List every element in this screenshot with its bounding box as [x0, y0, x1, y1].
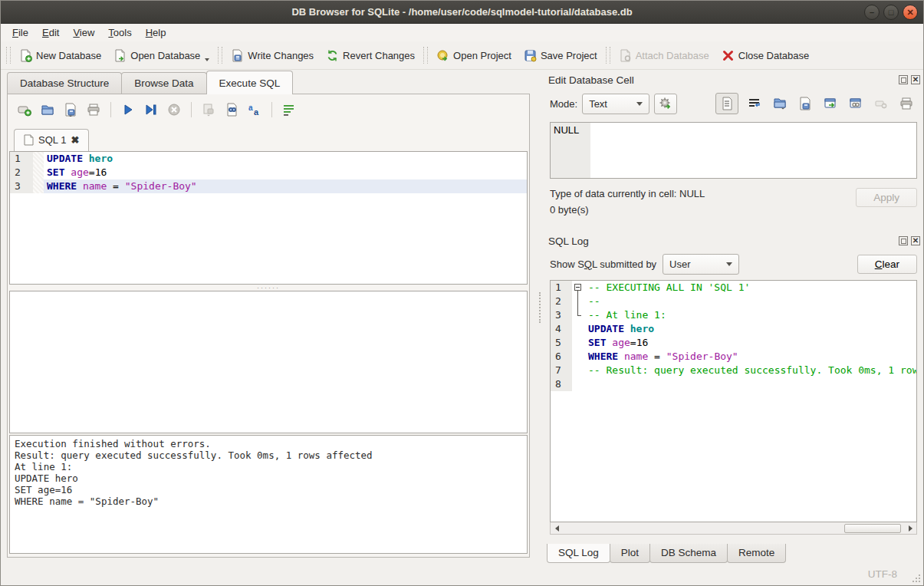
save-sql-file-icon[interactable]	[61, 100, 80, 119]
export-cell-icon[interactable]	[796, 94, 814, 113]
execution-message-pane[interactable]: Execution finished without errors. Resul…	[9, 435, 528, 554]
line-number: 1	[10, 152, 33, 166]
print-icon[interactable]	[84, 100, 103, 119]
autocomplete-icon[interactable]: aa	[245, 100, 264, 119]
scroll-left-icon[interactable]	[551, 523, 563, 534]
mode-select[interactable]: Text	[582, 94, 649, 114]
editor-results-splitter[interactable]: ······	[8, 285, 529, 291]
code-line[interactable]: 1-- EXECUTING ALL IN 'SQL 1'	[551, 281, 916, 295]
mode-label: Mode:	[550, 98, 577, 110]
minimize-icon[interactable]: –	[864, 5, 880, 20]
revert-changes-icon	[326, 49, 339, 62]
open-sql-tab-icon[interactable]	[15, 100, 34, 119]
toolbar-handle	[218, 47, 222, 64]
line-number: 3	[10, 179, 33, 193]
code-line[interactable]: 8	[551, 377, 916, 391]
tab-browse-data[interactable]: Browse Data	[121, 72, 206, 94]
scrollbar-thumb[interactable]	[844, 524, 901, 533]
open-database-button[interactable]: Open Database	[107, 45, 215, 66]
find-icon[interactable]	[222, 100, 241, 119]
save-project-button[interactable]: Save Project	[518, 45, 603, 66]
edit-cell-header: Edit Database Cell ✕	[545, 70, 924, 88]
menu-tools[interactable]: Tools	[101, 25, 138, 40]
maximize-icon[interactable]: □	[883, 5, 899, 20]
code-line[interactable]: 5SET age=16	[551, 336, 916, 350]
print-cell-icon[interactable]	[897, 94, 916, 113]
word-wrap-cell-icon[interactable]	[745, 94, 764, 113]
sql-log-hscrollbar[interactable]	[550, 522, 917, 535]
code-line[interactable]: 1UPDATE hero	[10, 152, 527, 166]
close-database-button[interactable]: Close Database	[715, 45, 816, 66]
menu-file[interactable]: File	[5, 25, 35, 40]
close-icon[interactable]: ✕	[903, 5, 918, 20]
main-tab-bar: Database Structure Browse Data Execute S…	[1, 70, 541, 94]
resize-grip-icon[interactable]	[912, 574, 921, 583]
cell-editor-gutter: NULL	[551, 123, 590, 178]
fold-margin	[572, 377, 585, 391]
tab-database-structure[interactable]: Database Structure	[7, 72, 122, 94]
menu-edit[interactable]: Edit	[35, 25, 66, 40]
import-cell-icon[interactable]	[771, 94, 789, 113]
sql-log-view[interactable]: 1-- EXECUTING ALL IN 'SQL 1'2--3-- At li…	[550, 280, 917, 522]
fold-margin	[572, 322, 585, 336]
fold-margin[interactable]	[572, 281, 585, 295]
code-line[interactable]: 3-- At line 1:	[551, 308, 916, 322]
close-sql-tab-icon[interactable]: ✖	[71, 134, 79, 146]
close-database-icon	[722, 49, 735, 62]
open-sql-file-icon[interactable]	[38, 100, 57, 119]
sql-editor[interactable]: 1UPDATE hero2SET age=163WHERE name = "Sp…	[9, 151, 528, 285]
close-panel-icon[interactable]: ✕	[911, 75, 920, 84]
menu-help[interactable]: Help	[139, 25, 173, 40]
tab-execute-sql[interactable]: Execute SQL	[206, 71, 294, 94]
sql-tab[interactable]: SQL 1 ✖	[14, 129, 89, 151]
right-panel: Edit Database Cell ✕ Mode: Text	[545, 70, 924, 564]
bottom-tab-bar: SQL Log Plot DB Schema Remote	[545, 541, 924, 564]
code-line[interactable]: 3WHERE name = "Spider-Boy"	[10, 179, 527, 193]
tab-plot[interactable]: Plot	[610, 544, 650, 563]
tab-db-schema[interactable]: DB Schema	[649, 544, 728, 563]
code-line[interactable]: 6WHERE name = "Spider-Boy"	[551, 350, 916, 364]
apply-button[interactable]: Apply	[856, 188, 917, 207]
clear-button[interactable]: Clear	[857, 255, 917, 274]
execute-all-icon[interactable]	[119, 100, 137, 119]
code-text: SET age=16	[44, 166, 527, 179]
auto-apply-button[interactable]	[654, 94, 677, 114]
code-line[interactable]: 7-- Result: query executed successfully.…	[551, 364, 916, 377]
close-panel-icon[interactable]: ✕	[911, 236, 920, 245]
new-database-button[interactable]: New Database	[13, 45, 107, 66]
line-number: 2	[551, 295, 572, 308]
status-bar: UTF-8	[1, 562, 923, 585]
titlebar[interactable]: DB Browser for SQLite - /home/user/code/…	[1, 1, 923, 24]
scroll-right-icon[interactable]	[904, 523, 916, 534]
revert-changes-button[interactable]: Revert Changes	[320, 45, 421, 66]
menu-view[interactable]: View	[66, 25, 101, 40]
sql-log-controls: Show SQL submitted by User Clear	[545, 249, 924, 278]
float-panel-icon[interactable]	[899, 236, 908, 245]
cell-editor[interactable]: NULL	[550, 122, 917, 179]
submitted-by-select[interactable]: User	[663, 254, 739, 275]
results-pane[interactable]	[9, 291, 528, 433]
link-cell-icon[interactable]	[847, 94, 865, 113]
tab-remote[interactable]: Remote	[727, 544, 786, 563]
tab-sql-log[interactable]: SQL Log	[547, 544, 610, 563]
word-wrap-icon[interactable]	[280, 100, 298, 119]
edit-cell-toolbar: Mode: Text	[545, 88, 924, 119]
float-panel-icon[interactable]	[899, 75, 908, 84]
line-number: 5	[551, 336, 572, 350]
code-line[interactable]: 2SET age=16	[10, 166, 527, 179]
scrollbar-track[interactable]	[563, 523, 904, 534]
open-project-button[interactable]: Open Project	[430, 45, 518, 66]
main-area: Database Structure Browse Data Execute S…	[1, 70, 923, 564]
open-in-window-icon[interactable]	[821, 94, 840, 113]
line-number: 7	[551, 364, 572, 377]
fold-collapse-icon[interactable]	[574, 284, 581, 291]
open-database-dropdown-icon[interactable]	[205, 58, 209, 61]
write-changes-button[interactable]: Write Changes	[225, 45, 320, 66]
code-line[interactable]: 4UPDATE hero	[551, 322, 916, 336]
window-title: DB Browser for SQLite - /home/user/code/…	[291, 6, 632, 18]
execute-line-icon[interactable]	[142, 100, 160, 119]
edit-cell-title: Edit Database Cell	[548, 74, 634, 86]
code-line[interactable]: 2--	[551, 295, 916, 308]
text-mode-icon[interactable]	[715, 93, 738, 114]
chevron-down-icon	[726, 262, 732, 266]
